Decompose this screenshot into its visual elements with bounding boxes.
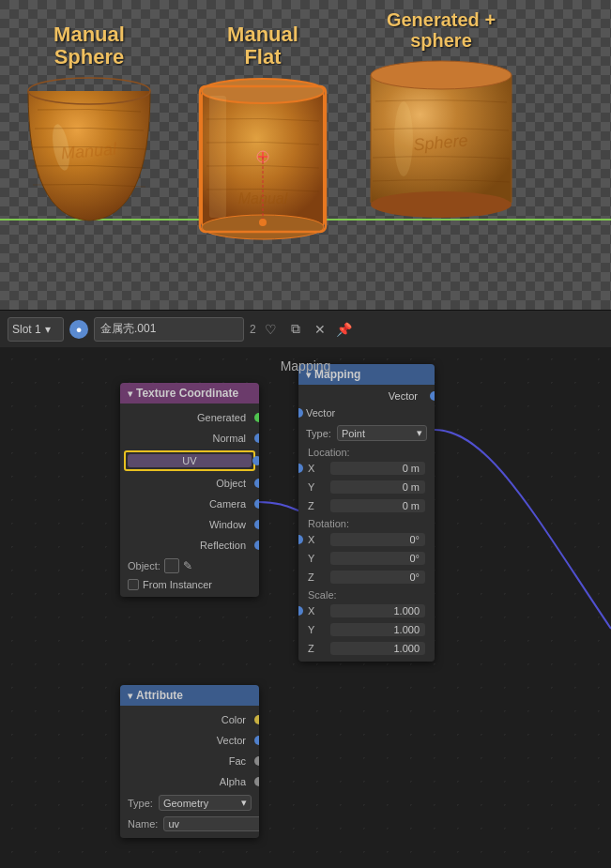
reflection-label: Reflection bbox=[128, 540, 252, 551]
slot-dropdown[interactable]: Slot 1 ▾ bbox=[8, 317, 64, 342]
mapping-rot-x-val[interactable]: 0° bbox=[330, 533, 425, 546]
mapping-vector-input-row: Vector bbox=[298, 404, 435, 422]
mapping-loc-z-val[interactable]: 0 m bbox=[330, 499, 425, 512]
uv-input[interactable]: UV bbox=[128, 454, 252, 467]
attr-fac-dot[interactable] bbox=[254, 756, 259, 766]
mat-count: 2 bbox=[250, 323, 256, 336]
mapping-type-value: Point bbox=[342, 428, 365, 439]
object-field-row: Object: ✎ bbox=[120, 556, 259, 576]
tex-coord-body: Generated Normal UV Object Camera bbox=[120, 404, 259, 597]
attr-type-row: Type: Geometry ▾ bbox=[120, 792, 259, 814]
slot-label: Slot 1 bbox=[12, 323, 41, 336]
cup3-container: Generated + sphere bbox=[347, 9, 535, 228]
normal-dot[interactable] bbox=[254, 434, 259, 443]
svg-text:Manual: Manual bbox=[238, 190, 288, 206]
svg-point-18 bbox=[394, 101, 413, 176]
mapping-scale-z-row: Z 1.000 bbox=[298, 639, 435, 658]
attr-color-label: Color bbox=[128, 714, 252, 725]
copy-icon[interactable]: ⧉ bbox=[286, 320, 305, 339]
cup3-svg: Sphere bbox=[347, 54, 535, 228]
attribute-header: ▾ Attribute bbox=[120, 685, 259, 706]
tex-coord-normal-row: Normal bbox=[120, 428, 259, 449]
cup2-svg: Manual bbox=[183, 72, 343, 241]
mapping-scale-x-label: X bbox=[308, 605, 327, 617]
tex-coord-header: ▾ Texture Coordinate bbox=[120, 383, 259, 404]
cup3-label: Generated + sphere bbox=[387, 9, 496, 51]
mapping-scale-x-row: X 1.000 bbox=[298, 602, 435, 620]
mapping-loc-x-val[interactable]: 0 m bbox=[330, 462, 425, 475]
attr-vector-dot[interactable] bbox=[254, 736, 259, 745]
camera-label: Camera bbox=[128, 498, 252, 510]
mapping-type-dropdown[interactable]: Point ▾ bbox=[337, 425, 427, 441]
mapping-scale-label: Scale: bbox=[298, 586, 435, 602]
toolbar: Slot 1 ▾ ● 金属壳.001 2 ♡ ⧉ ✕ 📌 bbox=[0, 310, 611, 347]
attr-alpha-dot[interactable] bbox=[254, 777, 259, 786]
window-label: Window bbox=[128, 519, 252, 530]
mapping-node: ▾ Mapping Vector Vector Type: Point ▾ bbox=[298, 364, 435, 662]
eyedropper-icon[interactable]: ✎ bbox=[183, 559, 192, 572]
attr-type-value: Geometry bbox=[163, 798, 208, 809]
attr-name-input[interactable] bbox=[163, 816, 259, 831]
attr-name-label: Name: bbox=[128, 818, 158, 830]
attr-color-dot[interactable] bbox=[254, 715, 259, 724]
attr-vector-label: Vector bbox=[128, 735, 252, 746]
attr-type-dropdown[interactable]: Geometry ▾ bbox=[159, 795, 252, 811]
camera-dot[interactable] bbox=[254, 499, 259, 509]
mapping-loc-x-row: X 0 m bbox=[298, 459, 435, 478]
attribute-arrow[interactable]: ▾ bbox=[128, 691, 132, 701]
mapping-loc-x-dot[interactable] bbox=[298, 464, 303, 473]
tex-coord-arrow[interactable]: ▾ bbox=[128, 388, 132, 399]
reflection-dot[interactable] bbox=[254, 541, 259, 550]
svg-rect-8 bbox=[209, 96, 226, 218]
mapping-rot-x-label: X bbox=[308, 534, 327, 545]
slot-arrow: ▾ bbox=[45, 323, 51, 336]
cup2-label: Manual Flat bbox=[227, 23, 298, 69]
mapping-vector-dot[interactable] bbox=[430, 391, 435, 401]
svg-point-17 bbox=[371, 191, 512, 218]
mapping-rotation-label: Rotation: bbox=[298, 515, 435, 530]
pin-icon[interactable]: 📌 bbox=[335, 320, 354, 339]
tex-coord-object-row: Object bbox=[120, 473, 259, 494]
mapping-scale-y-val[interactable]: 1.000 bbox=[330, 623, 425, 636]
mapping-scale-x-val[interactable]: 1.000 bbox=[330, 604, 425, 617]
material-icon: ● bbox=[69, 320, 88, 339]
viewport: Manual Sphere bbox=[0, 0, 611, 310]
mapping-rot-z-val[interactable]: 0° bbox=[330, 571, 425, 584]
normal-label: Normal bbox=[128, 433, 252, 444]
attribute-body: Color Vector Fac Alpha Type: bbox=[120, 706, 259, 838]
attr-type-arrow: ▾ bbox=[241, 797, 247, 809]
cup1-svg: Manual bbox=[14, 72, 164, 236]
attr-alpha-row: Alpha bbox=[120, 771, 259, 792]
tex-coord-reflection-row: Reflection bbox=[120, 535, 259, 556]
mapping-type-row: Type: Point ▾ bbox=[298, 422, 435, 444]
object-output-dot[interactable] bbox=[254, 479, 259, 488]
mapping-type-label: Type: bbox=[306, 428, 331, 439]
mapping-rot-y-val[interactable]: 0° bbox=[330, 552, 425, 565]
svg-point-14 bbox=[259, 219, 267, 226]
close-icon[interactable]: ✕ bbox=[311, 320, 329, 339]
attr-vector-row: Vector bbox=[120, 730, 259, 751]
window-dot[interactable] bbox=[254, 520, 259, 529]
mapping-scale-dot[interactable] bbox=[298, 606, 303, 616]
uv-dot[interactable] bbox=[252, 456, 259, 465]
mapping-rot-y-label: Y bbox=[308, 553, 327, 564]
from-instancer-checkbox[interactable] bbox=[128, 579, 139, 590]
attr-fac-row: Fac bbox=[120, 751, 259, 771]
mapping-rot-y-row: Y 0° bbox=[298, 549, 435, 568]
mapping-loc-y-row: Y 0 m bbox=[298, 478, 435, 496]
generated-label: Generated bbox=[128, 412, 252, 423]
tex-coord-title: Texture Coordinate bbox=[136, 387, 238, 400]
mapping-vector-input-dot[interactable] bbox=[298, 408, 303, 418]
object-label: Object bbox=[128, 478, 252, 489]
object-color-swatch[interactable] bbox=[164, 558, 179, 573]
mapping-scale-z-val[interactable]: 1.000 bbox=[330, 642, 425, 655]
from-instancer-label: From Instancer bbox=[143, 579, 212, 590]
mapping-rot-dot[interactable] bbox=[298, 535, 303, 544]
mapping-loc-y-val[interactable]: 0 m bbox=[330, 480, 425, 494]
mapping-scale-y-row: Y 1.000 bbox=[298, 620, 435, 639]
generated-dot[interactable] bbox=[254, 413, 259, 422]
shield-icon[interactable]: ♡ bbox=[262, 320, 281, 339]
mapping-rot-x-row: X 0° bbox=[298, 530, 435, 549]
from-instancer-row: From Instancer bbox=[120, 576, 259, 593]
tex-coord-uv-row: UV bbox=[124, 450, 255, 471]
